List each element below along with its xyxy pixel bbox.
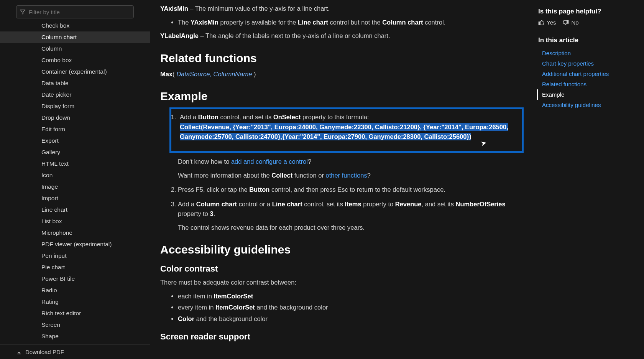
feedback-yes-button[interactable]: Yes — [538, 19, 556, 26]
other-functions-link[interactable]: other functions — [326, 172, 367, 179]
cursor-icon: ➤ — [480, 138, 488, 150]
button-link[interactable]: Button — [198, 114, 219, 120]
filter-input[interactable] — [29, 9, 130, 15]
nav-item[interactable]: Import — [0, 193, 150, 204]
toc-item[interactable]: Additional chart properties — [538, 69, 630, 79]
nav-item[interactable]: Screen — [0, 319, 150, 331]
download-icon — [16, 349, 22, 355]
nav-item[interactable]: Pen input — [0, 250, 150, 262]
article-body: YAxisMin – The minimum value of the y-ax… — [150, 0, 534, 359]
onselect-link[interactable]: OnSelect — [273, 114, 301, 120]
toc-item[interactable]: Accessibility guidelines — [538, 100, 630, 110]
nav-item[interactable]: PDF viewer (experimental) — [0, 239, 150, 250]
nav-item[interactable]: Container (experimental) — [0, 66, 150, 77]
toc-item[interactable]: Chart key properties — [538, 58, 630, 69]
nav-item[interactable]: Gallery — [0, 147, 150, 158]
nav-item[interactable]: Line chart — [0, 204, 150, 216]
nav-item[interactable]: Pie chart — [0, 262, 150, 273]
nav-item[interactable]: Power BI tile — [0, 273, 150, 285]
nav-item[interactable]: Drop down — [0, 112, 150, 124]
download-pdf-button[interactable]: Download PDF — [0, 344, 150, 359]
nav-item[interactable]: Data table — [0, 77, 150, 89]
color-contrast-list: each item in ItemColorSet every item in … — [160, 291, 524, 324]
thumbs-up-icon — [538, 20, 544, 26]
nav-item[interactable]: List box — [0, 216, 150, 227]
heading-related-functions: Related functions — [160, 52, 524, 65]
feedback-no-button[interactable]: No — [563, 19, 578, 26]
add-configure-link[interactable]: add and configure a control — [231, 158, 308, 165]
nav-item[interactable]: Edit form — [0, 124, 150, 135]
example-step-1: Add a Button control, and set its OnSele… — [178, 107, 524, 180]
nav-item[interactable]: Icon — [0, 170, 150, 181]
yaxismin-note: The YAxisMin property is available for t… — [178, 18, 524, 28]
color-contrast-intro: There must be adequate color contrast be… — [160, 278, 524, 288]
heading-screen-reader: Screen reader support — [160, 332, 524, 342]
toc-item[interactable]: Example — [537, 89, 630, 100]
heading-example: Example — [160, 90, 524, 103]
nav-item[interactable]: Column chart — [0, 31, 150, 43]
max-link[interactable]: Max — [160, 71, 172, 77]
nav-item[interactable]: Shape — [0, 331, 150, 342]
nav-item[interactable]: Rating — [0, 296, 150, 308]
button-link-2[interactable]: Button — [249, 186, 269, 193]
nav-item[interactable]: Image — [0, 181, 150, 193]
svg-marker-0 — [20, 10, 25, 14]
toc-list: DescriptionChart key propertiesAdditiona… — [538, 48, 630, 110]
collect-link[interactable]: Collect — [271, 172, 292, 179]
toc-item[interactable]: Description — [538, 48, 630, 58]
toc-item[interactable]: Related functions — [538, 79, 630, 89]
filter-icon — [20, 9, 26, 15]
thumbs-down-icon — [563, 20, 569, 26]
nav-item[interactable]: Export — [0, 135, 150, 147]
filter-box[interactable] — [16, 5, 134, 18]
in-this-article-heading: In this article — [538, 36, 630, 44]
nav-item[interactable]: Display form — [0, 100, 150, 112]
filter-container — [0, 5, 150, 22]
max-function-link-line: Max( DataSource, ColumnName ) — [160, 69, 524, 79]
heading-color-contrast: Color contrast — [160, 264, 524, 274]
nav-item[interactable]: Column — [0, 43, 150, 54]
nav-item[interactable]: Radio — [0, 285, 150, 296]
selected-formula: Collect(Revenue, {Year:"2013", Europa:24… — [180, 123, 508, 141]
right-rail: Is this page helpful? Yes No In this art… — [534, 0, 644, 359]
selection-highlight-box: Add a Button control, and set its OnSele… — [169, 107, 524, 153]
nav-item[interactable]: Check box — [0, 22, 150, 31]
ylabelangle-paragraph: YLabelAngle – The angle of the labels ne… — [160, 31, 524, 41]
nav-item[interactable]: Combo box — [0, 54, 150, 66]
nav-item[interactable]: Slider — [0, 342, 150, 344]
example-step-2: Press F5, click or tap the Button contro… — [178, 185, 524, 195]
nav-item[interactable]: Date picker — [0, 89, 150, 100]
helpful-heading: Is this page helpful? — [538, 8, 630, 15]
heading-accessibility: Accessibility guidelines — [160, 243, 524, 256]
feedback-row: Yes No — [538, 19, 630, 26]
nav-item[interactable]: Microphone — [0, 227, 150, 239]
color-link[interactable]: Color — [178, 315, 194, 322]
items-link[interactable]: Items — [345, 201, 361, 207]
sidebar: Check boxColumn chartColumnCombo boxCont… — [0, 0, 150, 359]
example-step-3: Add a Column chart control or a Line cha… — [178, 199, 524, 233]
nav-item[interactable]: Rich text editor — [0, 308, 150, 319]
nav-item[interactable]: HTML text — [0, 158, 150, 170]
yaxismin-paragraph: YAxisMin – The minimum value of the y-ax… — [160, 4, 524, 14]
download-label: Download PDF — [25, 349, 64, 355]
example-steps: Add a Button control, and set its OnSele… — [160, 107, 524, 232]
nav-list[interactable]: Check boxColumn chartColumnCombo boxCont… — [0, 22, 150, 344]
